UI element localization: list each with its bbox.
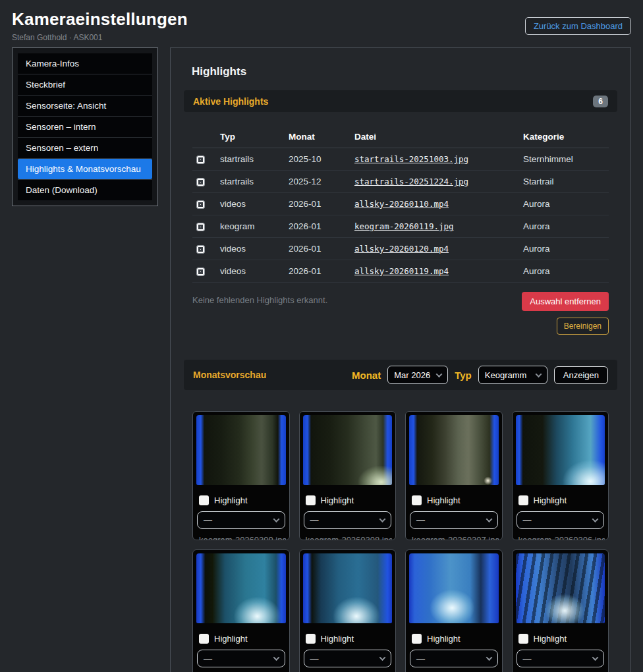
file-link[interactable]: startrails-20251224.jpg (354, 177, 468, 186)
table-header-row: Typ Monat Datei Kategorie (192, 129, 609, 148)
sidebar-item-highlights[interactable]: Highlights & Monatsvorschau (18, 158, 152, 179)
keogram-thumbnail[interactable] (516, 553, 605, 623)
chevron-down-icon (592, 516, 599, 522)
sidebar-item-sensorseite[interactable]: Sensorseite: Ansicht (18, 95, 152, 116)
keogram-thumbnail[interactable] (303, 415, 393, 485)
no-missing-highlights-note: Keine fehlenden Highlights erkannt. (192, 292, 327, 305)
chevron-down-icon (273, 516, 279, 522)
row-checkbox[interactable] (196, 200, 205, 209)
header-datei: Datei (350, 129, 519, 148)
highlight-checkbox[interactable] (199, 634, 209, 644)
category-select[interactable]: — (410, 650, 498, 667)
keogram-card: Highlight — keogram-20260309.jpg (192, 411, 290, 540)
keogram-thumbnail[interactable] (516, 415, 605, 485)
highlight-checkbox-label: Highlight (534, 634, 567, 644)
keogram-card: Highlight — keogram-20260307.jpg (405, 411, 503, 540)
row-checkbox[interactable] (196, 245, 205, 254)
category-select-value: — (310, 515, 319, 525)
highlight-checkbox[interactable] (306, 495, 316, 505)
keogram-thumbnail[interactable] (196, 415, 286, 485)
active-highlights-table: Typ Monat Datei Kategorie startrails 202… (192, 129, 609, 283)
cell-typ: keogram (216, 215, 285, 238)
keogram-card: Highlight — keogram-20260306.jpg (512, 411, 609, 540)
keogram-thumbnail[interactable] (409, 415, 499, 485)
sidebar-item-kamera-infos[interactable]: Kamera-Infos (18, 53, 152, 74)
cell-monat: 2025-10 (285, 148, 350, 171)
keogram-thumbnail[interactable] (409, 553, 499, 623)
category-select[interactable]: — (517, 511, 605, 529)
cell-typ: videos (216, 193, 285, 215)
chevron-down-icon (379, 654, 386, 661)
table-row: videos 2026-01 allsky-20260120.mp4 Auror… (192, 238, 609, 260)
keogram-filename: keogram-20260307.jpg (409, 535, 499, 540)
cell-monat: 2026-01 (285, 215, 350, 238)
keogram-filename: keogram-20260308.jpg (303, 535, 393, 540)
row-checkbox[interactable] (196, 178, 205, 186)
keogram-thumbnail[interactable] (196, 553, 286, 623)
header-monat: Monat (285, 129, 350, 148)
file-link[interactable]: keogram-20260119.jpg (354, 221, 454, 231)
keogram-card: Highlight — keogram-20260302.jpg (512, 549, 609, 672)
keogram-card: Highlight — keogram-20260308.jpg (299, 411, 397, 540)
file-link[interactable]: allsky-20260110.mp4 (354, 199, 449, 209)
cell-kategorie: Aurora (519, 238, 609, 260)
sidebar-item-steckbrief[interactable]: Steckbrief (18, 74, 152, 95)
sidebar-item-sensoren-intern[interactable]: Sensoren – intern (18, 116, 152, 137)
row-checkbox[interactable] (196, 155, 205, 164)
type-select-value: Keogramm (485, 370, 527, 380)
month-preview-title: Monatsvorschau (193, 370, 266, 380)
cell-kategorie: Startrail (519, 171, 609, 193)
category-select[interactable]: — (304, 650, 392, 667)
show-button[interactable]: Anzeigen (554, 366, 608, 384)
highlight-checkbox[interactable] (199, 495, 209, 505)
highlight-checkbox[interactable] (518, 495, 528, 505)
category-select[interactable]: — (410, 511, 498, 529)
panel-title: Highlights (192, 65, 617, 78)
sidebar-nav: Kamera-Infos Steckbrief Sensorseite: Ans… (12, 47, 158, 206)
cell-monat: 2026-01 (285, 238, 350, 260)
header-checkbox-col (192, 129, 216, 148)
category-select[interactable]: — (197, 511, 285, 529)
category-select[interactable]: — (197, 650, 285, 667)
back-to-dashboard-button[interactable]: Zurück zum Dashboard (525, 17, 631, 35)
file-link[interactable]: allsky-20260120.mp4 (354, 244, 449, 254)
content-area: Kamera-Infos Steckbrief Sensorseite: Ans… (0, 47, 643, 672)
cell-kategorie: Aurora (519, 215, 609, 238)
keogram-card: Highlight — keogram-20260305.jpg (192, 549, 290, 672)
cell-typ: startrails (216, 171, 285, 193)
category-select[interactable]: — (517, 650, 605, 667)
file-link[interactable]: allsky-20260119.mp4 (354, 266, 449, 276)
table-row: startrails 2025-12 startrails-20251224.j… (192, 171, 609, 193)
type-select[interactable]: Keogramm (478, 366, 547, 384)
highlight-checkbox[interactable] (412, 495, 422, 505)
highlight-checkbox-label: Highlight (214, 495, 248, 505)
highlight-checkbox[interactable] (412, 634, 422, 644)
chevron-down-icon (436, 371, 443, 378)
category-select-value: — (523, 515, 532, 525)
cell-kategorie: Aurora (519, 193, 609, 215)
cell-typ: startrails (216, 148, 285, 171)
highlight-checkbox[interactable] (518, 634, 528, 644)
month-select[interactable]: Mar 2026 (387, 366, 448, 384)
cell-kategorie: Sternhimmel (519, 148, 609, 171)
chevron-down-icon (486, 516, 492, 522)
highlight-checkbox-label: Highlight (427, 495, 461, 505)
highlight-checkbox[interactable] (306, 634, 316, 644)
sidebar-item-daten[interactable]: Daten (Download) (18, 179, 152, 200)
row-checkbox[interactable] (196, 267, 205, 276)
active-highlights-header: Aktive Highlights 6 (184, 90, 617, 112)
clean-button[interactable]: Bereinigen (557, 318, 609, 335)
row-checkbox[interactable] (196, 223, 205, 231)
active-highlights-title: Aktive Highlights (193, 96, 268, 107)
remove-selection-button[interactable]: Auswahl entfernen (522, 292, 609, 311)
highlight-checkbox-label: Highlight (427, 634, 461, 644)
highlight-checkbox-label: Highlight (321, 495, 354, 505)
file-link[interactable]: startrails-20251003.jpg (354, 154, 468, 164)
keogram-filename: keogram-20260306.jpg (516, 535, 605, 540)
category-select-value: — (416, 654, 425, 663)
highlights-panel: Highlights Aktive Highlights 6 Typ Monat… (170, 47, 631, 672)
sidebar-item-sensoren-extern[interactable]: Sensoren – extern (18, 137, 152, 158)
highlight-checkbox-label: Highlight (534, 495, 567, 505)
keogram-thumbnail[interactable] (303, 553, 393, 623)
category-select[interactable]: — (304, 511, 392, 529)
